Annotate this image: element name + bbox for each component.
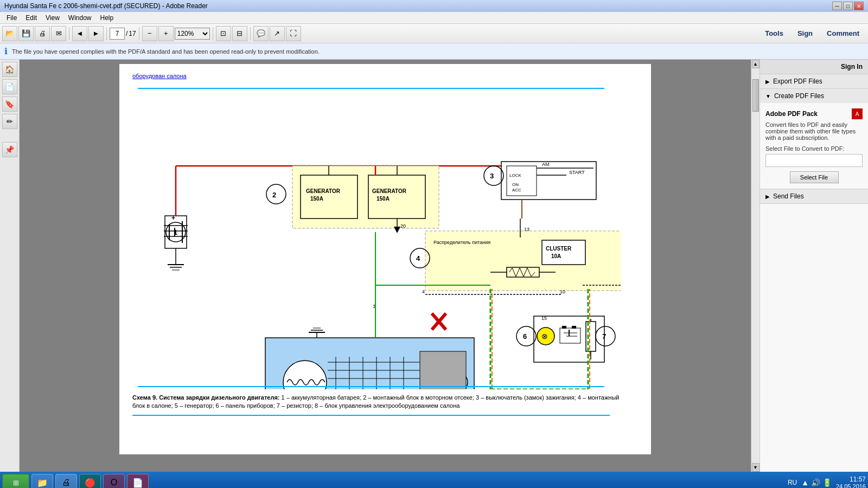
svg-text:CLUSTER: CLUSTER [546,246,572,252]
comment-toolbar-button[interactable]: Comment [820,29,866,37]
svg-marker-29 [394,227,400,233]
fullscreen-button[interactable]: ⛶ [286,26,301,41]
save-button[interactable]: 💾 [18,26,34,41]
svg-text:15: 15 [541,316,547,321]
fit-width-button[interactable]: ⊡ [216,26,231,41]
system-tray: RU ▲ 🔊 🔋 11:57 24.05.2016 [788,476,866,488]
separator3 [139,27,139,40]
svg-rect-96 [560,328,580,343]
scroll-thumb[interactable] [752,79,759,112]
svg-text:6: 6 [523,332,527,341]
tools-button[interactable]: Tools [758,29,790,37]
send-section-title: Send Files [773,192,804,200]
send-section-toggle[interactable]: ▶ Send Files [760,189,868,203]
close-button[interactable]: ✕ [854,2,864,10]
menu-edit[interactable]: Edit [21,13,41,23]
taskbar-opera[interactable]: O [103,474,125,488]
language-indicator: RU [788,479,797,486]
window-title: Hyundai Santa Fe c 2006-shemi-cvet.pdf (… [4,2,208,10]
scroll-down-arrow[interactable]: ▼ [752,463,760,472]
svg-text:10: 10 [560,289,565,294]
adobe-pack-desc: Convert files to PDF and easily combine … [765,121,863,141]
svg-text:3: 3 [490,172,494,180]
vertical-scrollbar[interactable]: ▲ ▼ [751,60,760,472]
sidebar-pages-icon[interactable]: 📄 [2,79,17,94]
create-arrow-icon: ▼ [765,93,771,99]
export-section-title: Export PDF Files [773,78,822,85]
create-section-title: Create PDF Files [774,92,824,100]
email-button[interactable]: ✉ [51,26,66,41]
circuit-caption: Схема 9. Система зарядки дизельного двиг… [132,394,621,410]
svg-text:⊗: ⊗ [541,332,548,341]
tray-time: 11:57 [836,476,866,483]
sidebar-home-icon[interactable]: 🏠 [2,62,17,77]
taskbar-hp[interactable]: 🖨 [55,474,77,488]
svg-text:150A: 150A [310,196,323,202]
document-viewer[interactable]: оборудован салона [20,60,751,472]
svg-rect-97 [562,326,566,329]
bottom-border [132,415,610,416]
select-file-label: Select File to Convert to PDF: [765,145,863,152]
right-panel: Sign In ▶ Export PDF Files ▼ Create PDF … [760,60,868,472]
sidebar-annot-icon[interactable]: 📌 [2,142,17,157]
scroll-track [752,68,760,463]
comment-button[interactable]: 💬 [253,26,269,41]
left-sidebar: 🏠 📄 🔖 ✏ 📌 [0,60,20,472]
svg-text:START: START [569,170,585,175]
svg-text:+: + [171,214,175,222]
export-section-toggle[interactable]: ▶ Export PDF Files [760,74,868,88]
taskbar-explorer[interactable]: 📁 [31,474,53,488]
scroll-up-arrow[interactable]: ▲ [752,60,760,68]
taskbar-acrobat[interactable]: 📄 [127,474,149,488]
taskbar-torrent[interactable]: 🔴 [79,474,101,488]
menu-help[interactable]: Help [96,13,118,23]
svg-text:7: 7 [602,332,606,341]
sidebar-edit-icon[interactable]: ✏ [2,114,17,129]
export-section: ▶ Export PDF Files [760,74,868,89]
infobar-message: The file you have opened complies with t… [12,48,320,55]
sign-button[interactable]: Sign [791,29,819,37]
zoom-out-button[interactable]: − [142,26,157,41]
circuit-diagram: + 1 2 GENERATOR 150A GENERATOR [132,86,621,389]
fit-page-button[interactable]: ⊟ [232,26,247,41]
minimize-button[interactable]: ─ [832,2,842,10]
svg-text:LOCK: LOCK [509,173,521,178]
tray-date: 24.05.2016 [836,483,866,488]
open-button[interactable]: 📂 [2,26,17,41]
page-number-input[interactable] [110,28,125,40]
maximize-button[interactable]: □ [843,2,853,10]
prev-page-button[interactable]: ◄ [72,26,87,41]
svg-text:ACC: ACC [512,188,521,192]
svg-text:GENERATOR: GENERATOR [372,188,407,194]
export-arrow-icon: ▶ [765,79,770,85]
zoom-select[interactable]: 50%75%100%120%150%200% [175,28,210,40]
select-file-input[interactable] [765,154,863,167]
taskbar: ⊞ 📁 🖨 🔴 O 📄 RU ▲ 🔊 🔋 11:57 24.05.2016 [0,472,868,488]
svg-text:AM: AM [542,162,550,167]
print-button[interactable]: 🖨 [35,26,50,41]
svg-rect-49 [542,240,585,265]
document-page: оборудован салона [119,64,651,454]
share-button[interactable]: ↗ [270,26,285,41]
doc-header: оборудован салона [132,73,638,79]
titlebar: Hyundai Santa Fe c 2006-shemi-cvet.pdf (… [0,0,868,12]
sidebar-bookmarks-icon[interactable]: 🔖 [2,97,17,112]
create-section-toggle[interactable]: ▼ Create PDF Files [760,89,868,103]
select-file-button[interactable]: Select File [790,171,839,183]
next-page-button[interactable]: ► [88,26,104,41]
adobe-pack-icon: A [852,108,863,119]
menu-view[interactable]: View [41,13,64,23]
separator [69,27,69,40]
main-area: 🏠 📄 🔖 ✏ 📌 оборудован салона [0,60,868,472]
start-button[interactable]: ⊞ [2,474,29,488]
sign-in-button[interactable]: Sign In [760,60,868,74]
svg-text:Распределитель питания: Распределитель питания [433,240,490,245]
page-total: 17 [129,30,136,37]
menubar: File Edit View Window Help [0,12,868,24]
zoom-in-button[interactable]: + [158,26,174,41]
info-icon: ℹ [4,46,8,56]
menu-window[interactable]: Window [64,13,96,23]
tray-icons: ▲ 🔊 🔋 [801,478,832,487]
infobar: ℹ The file you have opened complies with… [0,43,868,60]
menu-file[interactable]: File [2,13,21,23]
